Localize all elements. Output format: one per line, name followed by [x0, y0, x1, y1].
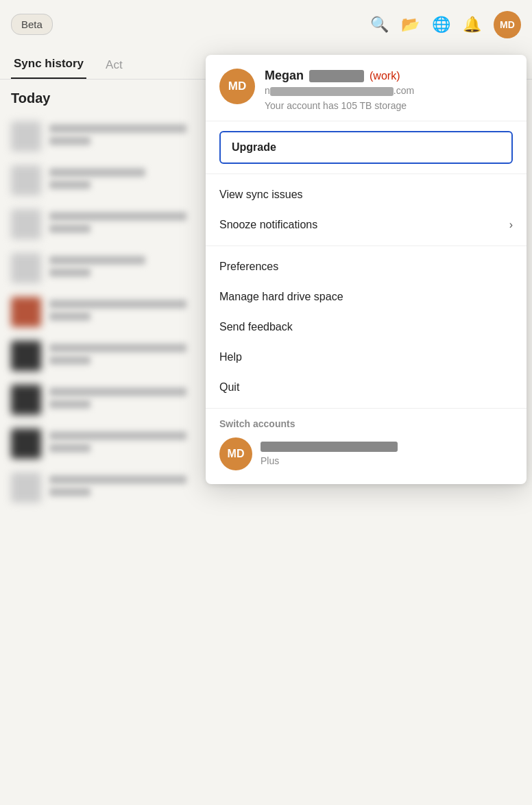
email-prefix: n [265, 85, 270, 96]
list-thumbnail [11, 341, 41, 371]
bell-icon[interactable]: 🔔 [463, 16, 481, 34]
dropdown-menu: MD Megan (work) n.com Your account has 1… [206, 55, 527, 484]
dropdown-user-section: MD Megan (work) n.com Your account has 1… [206, 55, 527, 121]
beta-badge: Beta [11, 14, 53, 35]
storage-text: Your account has 105 TB storage [265, 100, 513, 111]
menu-item-send-feedback[interactable]: Send feedback [206, 312, 527, 342]
list-text-line-1 [49, 431, 186, 440]
list-text-line-2 [49, 488, 90, 496]
list-thumbnail [11, 385, 41, 415]
list-text-line-2 [49, 400, 90, 409]
upgrade-section: Upgrade [206, 121, 527, 174]
user-first-name: Megan [265, 69, 304, 83]
menu-item-label: View sync issues [219, 189, 303, 201]
list-thumbnail [11, 429, 41, 459]
list-text-line-1 [49, 168, 145, 177]
tab-activity[interactable]: Act [103, 53, 125, 79]
menu-item-quit[interactable]: Quit [206, 372, 527, 402]
switch-account-info: Plus [261, 442, 513, 467]
list-text-line-2 [49, 356, 90, 365]
email-redacted [270, 87, 394, 96]
list-text-line-1 [49, 387, 186, 396]
upgrade-button[interactable]: Upgrade [219, 131, 513, 164]
tab-sync-history[interactable]: Sync history [11, 51, 86, 79]
menu-item-help[interactable]: Help [206, 342, 527, 372]
menu-item-label: Snooze notifications [219, 219, 317, 231]
list-text-line-1 [49, 475, 186, 484]
list-text-line-1 [49, 256, 145, 265]
menu-item-label: Send feedback [219, 321, 293, 333]
list-thumbnail [11, 121, 41, 152]
menu-item-label: Manage hard drive space [219, 291, 343, 303]
dropdown-user-avatar: MD [219, 69, 255, 104]
list-thumbnail [11, 209, 41, 239]
menu-item-preferences[interactable]: Preferences [206, 252, 527, 282]
switch-accounts-section: Switch accounts MD Plus [206, 409, 527, 484]
user-last-name-redacted [309, 70, 364, 82]
beta-badge-container: Beta [11, 19, 53, 31]
list-text-line-2 [49, 180, 90, 189]
list-text-line-2 [49, 224, 90, 233]
menu-item-label: Preferences [219, 261, 278, 273]
switch-account-avatar: MD [219, 437, 252, 470]
menu-section-1: View sync issues Snooze notifications › [206, 174, 527, 246]
list-thumbnail [11, 472, 41, 503]
list-text-line-1 [49, 212, 186, 221]
search-icon[interactable]: 🔍 [370, 16, 389, 34]
list-text-line-1 [49, 124, 186, 133]
list-text-line-2 [49, 268, 90, 277]
menu-item-view-sync-issues[interactable]: View sync issues [206, 180, 527, 210]
switch-account-item[interactable]: MD Plus [219, 437, 513, 470]
globe-icon[interactable]: 🌐 [432, 16, 450, 34]
email-suffix: .com [394, 85, 414, 96]
user-name-row: Megan (work) [265, 69, 513, 83]
app-header: Beta 🔍 📂 🌐 🔔 MD [0, 0, 532, 49]
dropdown-user-info: Megan (work) n.com Your account has 105 … [265, 69, 513, 111]
user-email: n.com [265, 85, 513, 96]
list-text-line-2 [49, 136, 90, 145]
menu-item-label: Help [219, 351, 242, 363]
user-avatar[interactable]: MD [494, 11, 521, 38]
switch-account-plan: Plus [261, 455, 279, 466]
list-text-line-1 [49, 300, 186, 309]
work-badge: (work) [370, 70, 400, 82]
menu-section-2: Preferences Manage hard drive space Send… [206, 246, 527, 409]
list-thumbnail [11, 297, 41, 327]
list-thumbnail [11, 165, 41, 195]
switch-accounts-title: Switch accounts [219, 418, 513, 429]
switch-account-name-redacted [261, 442, 398, 452]
chevron-right-icon: › [509, 219, 513, 231]
header-icons: 🔍 📂 🌐 🔔 MD [370, 11, 521, 38]
list-text-line-2 [49, 312, 90, 321]
menu-item-manage-hard-drive[interactable]: Manage hard drive space [206, 282, 527, 312]
menu-item-label: Quit [219, 381, 239, 394]
list-thumbnail [11, 253, 41, 283]
menu-item-snooze-notifications[interactable]: Snooze notifications › [206, 210, 527, 240]
list-text-line-2 [49, 444, 90, 453]
list-text-line-1 [49, 344, 186, 352]
folder-icon[interactable]: 📂 [401, 16, 420, 34]
